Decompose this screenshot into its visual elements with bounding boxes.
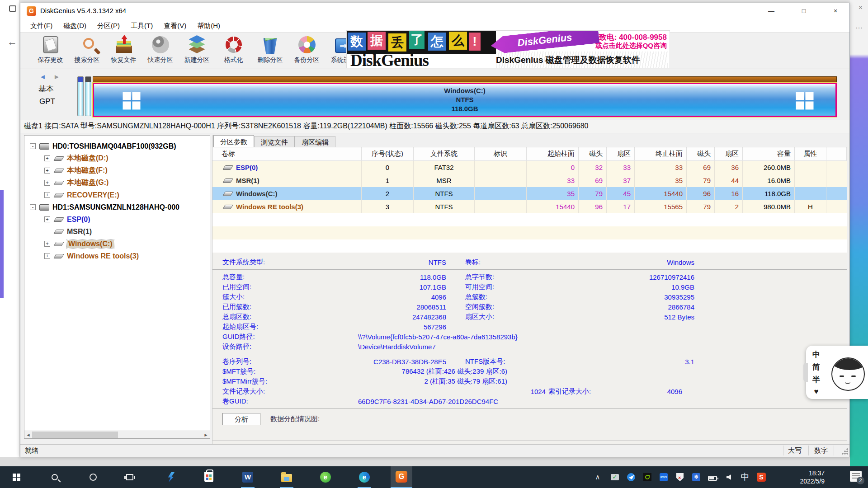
tray-app-intel[interactable]: intel: [656, 466, 672, 488]
recover-files-button[interactable]: 恢复文件: [105, 33, 142, 69]
tray-app-nvidia[interactable]: [639, 466, 656, 488]
quick-partition-button[interactable]: 快速分区: [142, 33, 179, 69]
chevron-up-icon: ∧: [595, 473, 600, 481]
tree-item-msr[interactable]: MSR(1): [24, 225, 210, 238]
file-explorer-icon: [281, 474, 292, 482]
backup-partition-button[interactable]: 备份分区: [288, 33, 325, 69]
start-button[interactable]: [5, 466, 27, 488]
tree-item-local-g[interactable]: + 本地磁盘(G:): [24, 177, 210, 189]
clock-time: 18:37: [809, 469, 825, 477]
menu-view[interactable]: 查看(V): [159, 20, 191, 32]
banner-qq-link[interactable]: 或点击此处选择QQ咨询: [595, 42, 667, 50]
menu-file[interactable]: 文件(F): [26, 20, 57, 32]
table-empty-row: [212, 213, 847, 226]
ime-floating-widget[interactable]: 中 简 半 ♥: [806, 346, 868, 399]
expander-expanded-icon[interactable]: -: [30, 204, 36, 210]
ime-drag-handle[interactable]: [803, 363, 808, 382]
disk-scheme-label: GPT: [39, 97, 55, 106]
menu-tools[interactable]: 工具(T): [126, 20, 157, 32]
maximize-button[interactable]: □: [793, 4, 814, 18]
expander-collapsed-icon[interactable]: +: [44, 155, 50, 161]
task-view-button[interactable]: [119, 466, 141, 488]
menu-partition[interactable]: 分区(P): [93, 20, 124, 32]
expander-collapsed-icon[interactable]: +: [44, 180, 50, 186]
tab-sector-edit[interactable]: 扇区编辑: [295, 136, 335, 147]
ime-mode-halfwidth[interactable]: 半: [812, 375, 820, 385]
table-row-windows-re[interactable]: Windows RE tools(3) 3 NTFS 15440 96 17 1…: [212, 200, 847, 213]
tree-item-recovery-e[interactable]: + RECOVERY(E:): [24, 189, 210, 201]
expander-collapsed-icon[interactable]: +: [44, 241, 50, 247]
format-button[interactable]: 格式化: [215, 33, 252, 69]
cortana-button[interactable]: [82, 466, 104, 488]
tree-hscrollbar[interactable]: ◄ ►: [24, 431, 210, 438]
scroll-right-icon[interactable]: ►: [202, 431, 210, 439]
search-partition-button[interactable]: 搜索分区: [69, 33, 105, 69]
ime-mode-chinese[interactable]: 中: [812, 349, 820, 360]
tree-item-windows-c[interactable]: + Windows(C:): [24, 238, 210, 250]
table-row-msr[interactable]: MSR(1) 1 MSR 33 69 37 35 79 44 16.0MB: [212, 174, 847, 187]
partition-block-windows-c[interactable]: Windows(C:) NTFS 118.0GB: [93, 83, 837, 117]
tray-power[interactable]: [704, 466, 721, 488]
taskbar-app-explorer[interactable]: [276, 466, 297, 488]
tree-item-windows-re[interactable]: + Windows RE tools(3): [24, 250, 210, 262]
tray-expand-button[interactable]: ∧: [590, 466, 606, 488]
tree-item-local-f[interactable]: + 本地磁盘(F:): [24, 164, 210, 177]
titlebar[interactable]: G DiskGenius V5.4.3.1342 x64 — □ ×: [20, 3, 849, 19]
new-partition-button[interactable]: 新建分区: [179, 33, 215, 69]
taskbar-app-word[interactable]: W: [237, 466, 259, 488]
table-row-windows-c-selected[interactable]: Windows(C:) 2 NTFS 35 79 45 15440 96 16 …: [212, 187, 847, 200]
partition-block-esp[interactable]: [77, 76, 84, 116]
scroll-left-icon[interactable]: ◄: [24, 431, 32, 439]
tray-security-center[interactable]: [672, 466, 688, 488]
taskbar-app-browser360[interactable]: e: [315, 466, 336, 488]
taskbar-app-edge[interactable]: e: [354, 466, 375, 488]
taskbar-app-store[interactable]: [198, 466, 220, 488]
banner-ribbon: DiskGenius: [490, 30, 600, 54]
close-button[interactable]: ×: [825, 4, 846, 18]
table-row-esp[interactable]: ESP(0) 0 FAT32 0 32 33 33 69 36 260.0MB: [212, 161, 847, 174]
tab-partition-params[interactable]: 分区参数: [213, 135, 254, 147]
expander-collapsed-icon[interactable]: +: [44, 192, 50, 198]
tree-item-hd1[interactable]: - HD1:SAMSUNGMZNLN128HAHQ-000: [24, 201, 210, 213]
taskbar-app-thunder[interactable]: [160, 466, 182, 488]
tray-app-sogou[interactable]: S: [753, 466, 769, 488]
tray-app-snowflake[interactable]: ❄: [688, 466, 704, 488]
prev-disk-icon[interactable]: ◄: [39, 73, 49, 80]
bird-icon: [627, 473, 635, 481]
expander-collapsed-icon[interactable]: +: [44, 216, 50, 222]
taskbar-search-button[interactable]: [44, 466, 66, 488]
status-numlock: 数字: [814, 446, 828, 455]
diskgenius-icon: G: [396, 471, 407, 483]
partition-block-msr[interactable]: [85, 76, 91, 116]
save-changes-button[interactable]: 保存更改: [32, 33, 69, 69]
tray-app-dingtalk[interactable]: [623, 466, 639, 488]
taskbar-app-diskgenius-active[interactable]: G: [391, 466, 412, 488]
detail-tabs: 分区参数 浏览文件 扇区编辑: [212, 135, 847, 147]
notification-center-button[interactable]: 2: [850, 471, 862, 482]
expander-collapsed-icon[interactable]: +: [44, 253, 50, 259]
tray-volume[interactable]: [721, 466, 737, 488]
next-disk-icon[interactable]: ►: [53, 73, 63, 80]
menu-help[interactable]: 帮助(H): [193, 20, 225, 32]
minimize-button[interactable]: —: [761, 4, 782, 18]
tray-app-card[interactable]: ✓: [607, 466, 623, 488]
tree-item-local-d[interactable]: + 本地磁盘(D:): [24, 152, 210, 164]
trash-icon: [260, 34, 281, 55]
resize-grip[interactable]: [842, 448, 848, 455]
expander-expanded-icon[interactable]: -: [30, 143, 36, 149]
taskbar-clock[interactable]: 18:37 2022/5/9: [800, 466, 825, 488]
menu-disk[interactable]: 磁盘(D): [59, 20, 91, 32]
windows-logo-icon: [796, 92, 814, 110]
ime-mode-simplified[interactable]: 简: [812, 362, 820, 372]
analyze-button[interactable]: 分析: [222, 413, 260, 425]
scroll-thumb[interactable]: [32, 432, 118, 438]
ime-heart-icon[interactable]: ♥: [814, 387, 818, 396]
promo-banner[interactable]: 数 据 丢 了 怎 么 ! DiskGenius DiskGenius 致电: …: [346, 30, 670, 68]
tree-item-hd0[interactable]: - HD0:TOSHIBAMQ04ABF100(932GB): [24, 140, 210, 152]
partition-detail-panel: 分区参数 浏览文件 扇区编辑 卷标 序号(状态) 文件系统 标识 起始柱面 磁头…: [212, 135, 847, 445]
expander-collapsed-icon[interactable]: +: [44, 168, 50, 174]
tray-ime-indicator[interactable]: 中: [737, 466, 753, 488]
tree-item-esp[interactable]: + ESP(0): [24, 213, 210, 225]
delete-partition-button[interactable]: 删除分区: [252, 33, 288, 69]
tab-browse-files[interactable]: 浏览文件: [254, 136, 295, 147]
